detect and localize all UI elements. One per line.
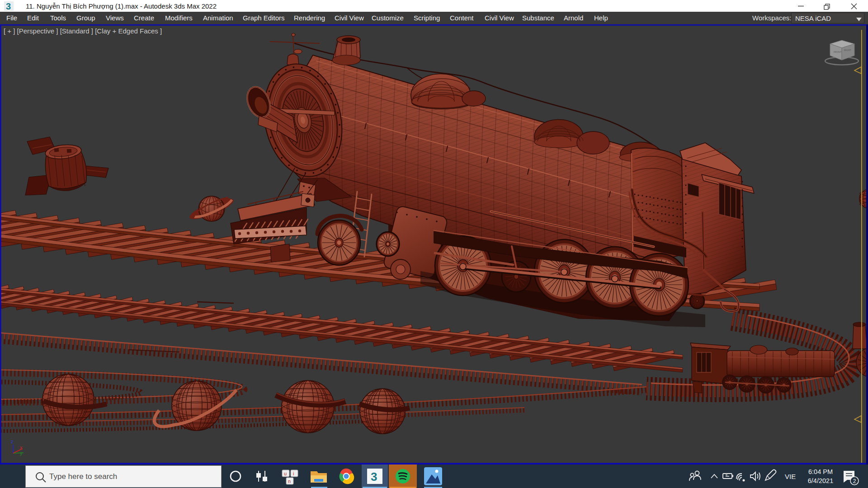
svg-text:y: y	[20, 450, 23, 456]
svg-text:u: u	[284, 471, 287, 476]
svg-text:n: n	[288, 479, 291, 484]
svg-text:6:04 PM: 6:04 PM	[808, 468, 833, 475]
svg-text:6/4/2021: 6/4/2021	[808, 477, 833, 484]
svg-text:FRONT: FRONT	[834, 51, 841, 53]
svg-text:x: x	[20, 445, 23, 450]
svg-text:VIE: VIE	[785, 473, 796, 480]
svg-text:RIGHT: RIGHT	[844, 49, 851, 52]
svg-text:i: i	[293, 471, 294, 476]
svg-text:2: 2	[853, 478, 856, 484]
svg-text:3: 3	[371, 470, 377, 483]
svg-text:z: z	[11, 439, 14, 444]
